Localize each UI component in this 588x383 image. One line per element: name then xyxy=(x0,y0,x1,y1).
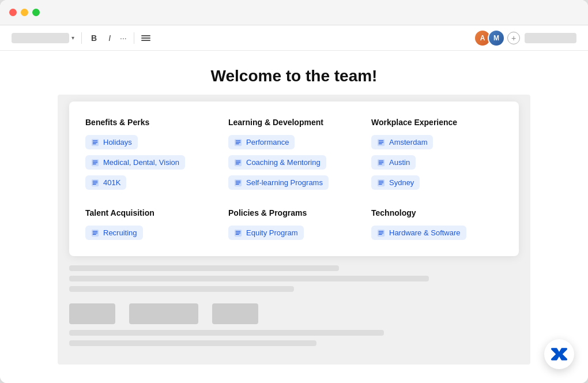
document-icon xyxy=(234,159,242,167)
tag-label: Hardware & Software xyxy=(389,228,461,237)
tag-sydney[interactable]: Sydney xyxy=(371,175,420,190)
svg-rect-15 xyxy=(236,143,239,144)
content-area: Welcome to the team! Benefits & Perks Ho… xyxy=(0,51,588,383)
category-title-technology: Technology xyxy=(371,208,503,217)
category-policies: Policies & Programs Equity Program xyxy=(228,208,360,240)
toolbar-divider-2 xyxy=(134,32,134,44)
category-title-benefits: Benefits & Perks xyxy=(85,118,217,127)
svg-rect-35 xyxy=(379,183,382,184)
tag-selflearning[interactable]: Self-learning Programs xyxy=(228,175,329,190)
tag-label: Equity Program xyxy=(246,228,298,237)
more-options-button[interactable]: ··· xyxy=(120,33,127,43)
bold-button[interactable]: B xyxy=(89,32,99,44)
tag-label: Performance xyxy=(246,138,289,147)
svg-rect-41 xyxy=(236,231,241,231)
tag-austin[interactable]: Austin xyxy=(371,155,416,170)
skeleton-line xyxy=(69,330,384,336)
format-placeholder xyxy=(12,33,69,43)
document-icon xyxy=(234,138,242,147)
svg-rect-26 xyxy=(379,142,384,142)
category-talent: Talent Acquisition Recruiting xyxy=(85,208,217,240)
category-title-talent: Talent Acquisition xyxy=(85,208,217,217)
category-title-policies: Policies & Programs xyxy=(228,208,360,217)
share-button-placeholder[interactable] xyxy=(525,33,576,43)
tag-label: Recruiting xyxy=(103,228,137,237)
svg-rect-38 xyxy=(93,232,98,233)
document-icon xyxy=(377,179,385,187)
svg-rect-18 xyxy=(236,162,241,163)
svg-rect-19 xyxy=(236,163,239,164)
tag-label: Amsterdam xyxy=(389,138,427,147)
document-icon xyxy=(91,229,99,237)
tag-label: Sydney xyxy=(389,178,414,187)
svg-rect-5 xyxy=(93,160,98,161)
svg-rect-30 xyxy=(379,162,384,163)
category-learning: Learning & Development Performance Coach… xyxy=(228,118,360,190)
skeleton-block xyxy=(69,303,115,324)
tag-recruiting[interactable]: Recruiting xyxy=(85,226,143,240)
svg-rect-21 xyxy=(236,181,241,181)
tag-holidays[interactable]: Holidays xyxy=(85,135,138,149)
tag-performance[interactable]: Performance xyxy=(228,135,295,149)
toolbar: ▾ B I ··· A M + xyxy=(0,25,588,51)
category-title-learning: Learning & Development xyxy=(228,118,360,127)
svg-rect-46 xyxy=(379,232,384,233)
skeleton-line xyxy=(69,265,339,271)
format-dropdown[interactable]: ▾ xyxy=(12,33,74,43)
tag-401k[interactable]: 401K xyxy=(85,175,126,190)
tag-label: Coaching & Mentoring xyxy=(246,158,321,167)
skeleton-line xyxy=(69,340,316,346)
svg-rect-1 xyxy=(93,140,98,141)
list-format-button[interactable] xyxy=(141,35,150,41)
tag-equity[interactable]: Equity Program xyxy=(228,226,304,240)
toolbar-divider-1 xyxy=(81,32,82,44)
skeleton-section xyxy=(58,296,530,324)
svg-rect-42 xyxy=(236,232,241,233)
skeleton-line xyxy=(69,276,429,281)
tag-label: Holidays xyxy=(103,138,132,147)
skeleton-block xyxy=(129,303,198,324)
category-technology: Technology Hardware & Software xyxy=(371,208,503,240)
svg-rect-25 xyxy=(379,140,384,141)
skeleton-line xyxy=(69,286,294,292)
document-icon xyxy=(377,229,385,237)
toolbar-right: A M + xyxy=(474,29,576,47)
tag-hardware[interactable]: Hardware & Software xyxy=(371,226,466,240)
tag-coaching[interactable]: Coaching & Mentoring xyxy=(228,155,326,170)
svg-rect-31 xyxy=(379,163,382,164)
svg-rect-37 xyxy=(93,231,98,231)
svg-rect-9 xyxy=(93,181,98,181)
document-icon xyxy=(377,138,385,147)
chevron-down-icon: ▾ xyxy=(71,35,74,41)
maximize-button[interactable] xyxy=(32,9,40,16)
page-heading: Welcome to the team! xyxy=(211,51,378,95)
tag-label: Medical, Dental, Vision xyxy=(103,158,179,167)
category-title-workplace: Workplace Experience xyxy=(371,118,503,127)
svg-rect-27 xyxy=(379,143,382,144)
svg-rect-7 xyxy=(93,163,96,164)
confluence-badge[interactable] xyxy=(544,339,574,369)
document-icon xyxy=(234,229,242,237)
add-collaborator-button[interactable]: + xyxy=(507,32,520,44)
document-icon xyxy=(377,159,385,167)
svg-rect-11 xyxy=(93,183,96,184)
svg-rect-13 xyxy=(236,140,241,141)
svg-rect-34 xyxy=(379,182,384,183)
close-button[interactable] xyxy=(9,9,17,16)
tag-medical[interactable]: Medical, Dental, Vision xyxy=(85,155,185,170)
svg-rect-39 xyxy=(93,234,96,234)
svg-rect-23 xyxy=(236,183,239,184)
cards-container: Benefits & Perks Holidays Medical, Denta… xyxy=(69,102,519,256)
confluence-icon xyxy=(550,345,568,363)
tag-label: Austin xyxy=(389,158,410,167)
svg-rect-33 xyxy=(379,181,384,181)
titlebar xyxy=(0,0,588,25)
tag-label: 401K xyxy=(103,178,120,187)
page-background: Benefits & Perks Holidays Medical, Denta… xyxy=(58,95,530,365)
collaborators-avatars: A M + xyxy=(474,29,520,47)
svg-rect-29 xyxy=(379,160,384,161)
minimize-button[interactable] xyxy=(21,9,28,16)
tag-amsterdam[interactable]: Amsterdam xyxy=(371,135,433,149)
svg-rect-10 xyxy=(93,182,98,183)
italic-button[interactable]: I xyxy=(106,32,113,44)
